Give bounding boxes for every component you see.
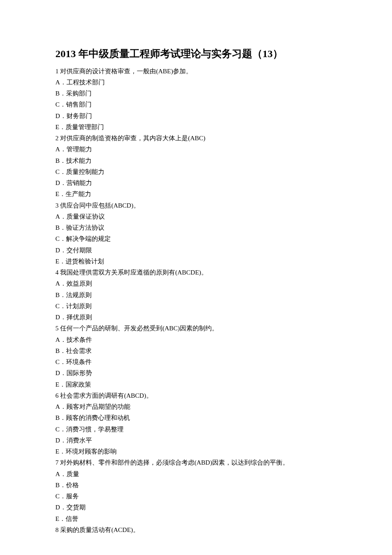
question-option: E．信誉 bbox=[55, 513, 337, 524]
question-option: B．顾客的消费心理和动机 bbox=[55, 412, 337, 423]
question-option: E．国家政策 bbox=[55, 379, 337, 390]
question-option: C．销售部门 bbox=[55, 99, 337, 110]
question-option: A．工程技术部门 bbox=[55, 77, 337, 88]
question-option: A．质量保证协议 bbox=[55, 211, 337, 222]
question-option: A．技术条件 bbox=[55, 334, 337, 345]
question-option: C．服务 bbox=[55, 491, 337, 502]
question-option: A．顾客对产品期望的功能 bbox=[55, 401, 337, 412]
question-stem: 3 供应合同中应包括(ABCD)。 bbox=[55, 200, 337, 211]
question-option: A．管理能力 bbox=[55, 144, 337, 155]
question-option: D．交付期限 bbox=[55, 245, 337, 256]
question-stem: 4 我国处理供需双方关系时应遵循的原则有(ABCDE)。 bbox=[55, 267, 337, 278]
question-stem: 8 采购的质量活动有(ACDE)。 bbox=[55, 524, 337, 535]
page-title: 2013 年中级质量工程师考试理论与实务习题（13） bbox=[55, 47, 337, 61]
question-stem: 5 任何一个产品的研制、开发必然受到(ABC)因素的制约。 bbox=[55, 323, 337, 334]
question-option: E．进货检验计划 bbox=[55, 256, 337, 267]
question-option: C．消费习惯，学易整理 bbox=[55, 424, 337, 435]
question-option: A．效益原则 bbox=[55, 278, 337, 289]
question-option: B．技术能力 bbox=[55, 155, 337, 166]
question-stem: 1 对供应商的设计资格审查，一般由(ABE)参加。 bbox=[55, 66, 337, 77]
question-option: C．计划原则 bbox=[55, 301, 337, 312]
question-option: E．质量管理部门 bbox=[55, 121, 337, 133]
question-option: D．交货期 bbox=[55, 502, 337, 513]
question-option: B．社会需求 bbox=[55, 345, 337, 356]
question-option: D．择优原则 bbox=[55, 312, 337, 323]
question-option: D．营销能力 bbox=[55, 177, 337, 188]
question-option: D．国际形势 bbox=[55, 367, 337, 379]
question-option: A．质量 bbox=[55, 468, 337, 480]
question-option: C．解决争端的规定 bbox=[55, 233, 337, 244]
question-option: D．消费水平 bbox=[55, 435, 337, 446]
question-stem: 7 对外购材料、零件和部件的选择，必须综合考虑(ABD)因素，以达到综合的平衡。 bbox=[55, 457, 337, 468]
question-option: C．质量控制能力 bbox=[55, 166, 337, 177]
question-option: B．验证方法协议 bbox=[55, 222, 337, 233]
question-option: C．环境条件 bbox=[55, 356, 337, 367]
question-stem: 2 对供应商的制造资格的审查，其内容大体上是(ABC) bbox=[55, 133, 337, 144]
question-option: B．价格 bbox=[55, 480, 337, 491]
question-option: E．生产能力 bbox=[55, 188, 337, 199]
question-option: E．环境对顾客的影响 bbox=[55, 446, 337, 457]
question-option: D．财务部门 bbox=[55, 110, 337, 121]
question-option: B．采购部门 bbox=[55, 88, 337, 99]
question-option: B．法规原则 bbox=[55, 289, 337, 301]
question-stem: 6 社会需求方面的调研有(ABCD)。 bbox=[55, 390, 337, 401]
